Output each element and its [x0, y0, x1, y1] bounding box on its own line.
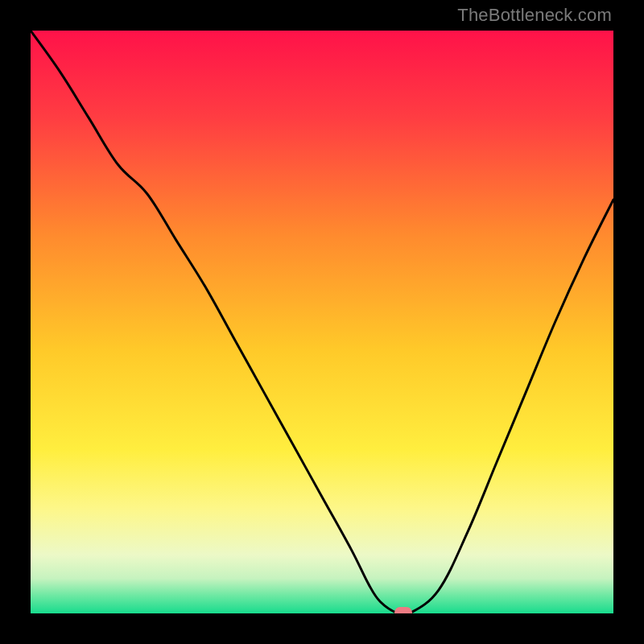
plot-area [31, 31, 613, 613]
watermark-text: TheBottleneck.com [457, 5, 612, 26]
background-gradient [31, 31, 613, 613]
chart-frame: TheBottleneck.com [0, 0, 644, 644]
svg-rect-0 [31, 31, 613, 613]
optimum-marker [394, 607, 412, 613]
